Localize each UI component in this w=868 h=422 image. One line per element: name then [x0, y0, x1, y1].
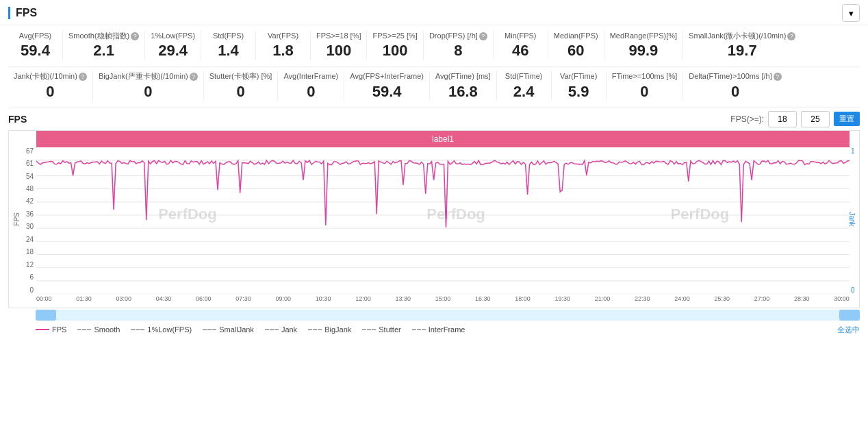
- legend-item-0[interactable]: FPS: [36, 325, 66, 334]
- legend-line-0: [36, 329, 49, 330]
- metric-item-9: Median(FPS)60: [548, 31, 604, 60]
- x-label-4: 06:00: [196, 295, 212, 302]
- metric-label-5: Avg(FTime) [ms]: [435, 71, 491, 81]
- legend-line-1: [77, 329, 91, 330]
- fps-controls: FPS(>=): 重置: [730, 111, 860, 127]
- metric-value-0: 59.4: [21, 42, 50, 60]
- metric-value-7: 5.9: [568, 83, 589, 101]
- question-icon-0[interactable]: ?: [79, 73, 87, 81]
- metrics-row-1: Avg(FPS)59.4Smooth(稳帧指数)?2.11%Low(FPS)29…: [8, 31, 860, 60]
- metric-item-7: Drop(FPS) [/h]?8: [424, 31, 494, 60]
- question-icon-1[interactable]: ?: [190, 73, 198, 81]
- metric-item-11: SmallJank(微小卡顿)(/10min)?19.7: [683, 31, 801, 60]
- title-bar: FPS ▾: [0, 0, 868, 25]
- metric-label-8: FTime>=100ms [%]: [612, 71, 678, 81]
- metric-label-2: 1%Low(FPS): [151, 31, 195, 40]
- metric-value-7: 8: [454, 42, 462, 60]
- chart-section: FPS FPS(>=): 重置 label1 67615448423630241…: [0, 111, 868, 308]
- x-label-9: 13:30: [395, 295, 411, 302]
- x-label-12: 18:00: [515, 295, 531, 302]
- title-accent: [8, 7, 10, 19]
- metric-label-8: Min(FPS): [505, 31, 536, 40]
- chart-plot-area: PerfDog PerfDog PerfDog: [36, 147, 850, 294]
- metric-value-10: 99.9: [628, 42, 658, 60]
- x-label-8: 12:00: [355, 295, 371, 302]
- fps-threshold-2[interactable]: [801, 111, 830, 127]
- scrollbar-thumb-left: [36, 310, 56, 321]
- legend-line-6: [362, 329, 376, 330]
- legend-item-7[interactable]: InterFrame: [412, 325, 465, 334]
- metric-label-10: MedRange(FPS)[%]: [610, 31, 677, 40]
- chart-label-text: label1: [432, 134, 454, 144]
- x-label-14: 21:00: [595, 295, 611, 302]
- question-icon-11[interactable]: ?: [787, 32, 795, 40]
- fps-controls-label: FPS(>=):: [730, 114, 764, 124]
- legend-item-6[interactable]: Stutter: [362, 325, 400, 334]
- legend-item-5[interactable]: BigJank: [308, 325, 351, 334]
- metric-item-4: Var(FPS)1.8: [256, 31, 311, 60]
- metric-item-9: Delta(FTime)>100ms [/h]?0: [683, 71, 787, 100]
- x-label-18: 27:00: [754, 295, 770, 302]
- metric-item-0: Jank(卡顿)(/10min)?0: [8, 71, 93, 100]
- metric-label-0: Avg(FPS): [19, 31, 51, 40]
- fps-threshold-1[interactable]: [768, 111, 797, 127]
- y-label-left-3: 48: [26, 185, 34, 193]
- question-icon-9[interactable]: ?: [774, 73, 782, 81]
- title-bar-left: FPS: [8, 7, 37, 19]
- metric-value-6: 100: [383, 42, 408, 60]
- chart-container: label1 6761544842363024181260 10 FPS Jan…: [8, 130, 860, 308]
- y-label-left-1: 61: [26, 160, 34, 167]
- legend-label-6: Stutter: [379, 325, 400, 334]
- metrics-section-1: Avg(FPS)59.4Smooth(稳帧指数)?2.11%Low(FPS)29…: [0, 25, 868, 64]
- x-label-17: 25:30: [715, 295, 730, 302]
- scrollbar-thumb-right: [839, 310, 860, 321]
- chevron-down-icon: ▾: [849, 8, 854, 18]
- select-all-button[interactable]: 全选中: [837, 325, 860, 335]
- legend-item-1[interactable]: Smooth: [77, 325, 120, 334]
- metric-label-4: Var(FPS): [268, 31, 298, 40]
- metric-value-1: 2.1: [93, 42, 114, 60]
- metric-value-3: 1.4: [218, 42, 239, 60]
- page-title: FPS: [16, 7, 37, 19]
- y-label-left-10: 6: [29, 273, 34, 281]
- metric-item-3: Std(FPS)1.4: [201, 31, 256, 60]
- metric-item-5: Avg(FTime) [ms]16.8: [430, 71, 497, 100]
- metric-label-4: Avg(FPS+InterFrame): [350, 71, 424, 81]
- metric-item-1: Smooth(稳帧指数)?2.1: [63, 31, 145, 60]
- metric-label-7: Var(FTime): [560, 71, 597, 81]
- dropdown-button[interactable]: ▾: [842, 4, 860, 22]
- fps-chart-svg: [36, 147, 850, 294]
- metric-value-0: 0: [46, 83, 54, 101]
- y-label-left-4: 42: [26, 197, 34, 205]
- metric-value-6: 2.4: [513, 83, 535, 101]
- legend-item-2[interactable]: 1%Low(FPS): [131, 325, 192, 334]
- legend-label-1: Smooth: [94, 325, 120, 334]
- x-label-6: 09:00: [276, 295, 292, 302]
- x-label-7: 10:30: [316, 295, 331, 302]
- y-label-left-11: 0: [29, 286, 34, 294]
- metric-value-4: 1.8: [272, 42, 294, 60]
- metric-item-0: Avg(FPS)59.4: [8, 31, 63, 60]
- x-label-13: 19:30: [554, 295, 570, 302]
- metric-label-6: FPS>=25 [%]: [372, 31, 417, 40]
- legend-row: FPSSmooth1%Low(FPS)SmallJankJankBigJankS…: [0, 322, 868, 338]
- metric-label-11: SmallJank(微小卡顿)(/10min)?: [689, 31, 795, 40]
- question-icon-7[interactable]: ?: [479, 32, 487, 40]
- metric-value-8: 46: [512, 42, 528, 60]
- scrollbar-area[interactable]: [36, 310, 860, 321]
- legend-label-3: SmallJank: [219, 325, 254, 334]
- metric-value-3: 0: [307, 83, 315, 101]
- metric-value-4: 59.4: [372, 83, 402, 101]
- x-label-20: 30:00: [834, 295, 850, 302]
- question-icon-1[interactable]: ?: [131, 32, 139, 40]
- legend-line-2: [131, 329, 144, 330]
- metric-item-5: FPS>=18 [%]100: [311, 31, 367, 60]
- x-label-5: 07:30: [235, 295, 251, 302]
- x-label-10: 15:00: [435, 295, 451, 302]
- y-label-left-6: 30: [26, 223, 34, 230]
- legend-line-5: [308, 329, 322, 330]
- legend-item-4[interactable]: Jank: [265, 325, 297, 334]
- reset-button[interactable]: 重置: [834, 112, 860, 126]
- legend-item-3[interactable]: SmallJank: [203, 325, 254, 334]
- legend-line-4: [265, 329, 279, 330]
